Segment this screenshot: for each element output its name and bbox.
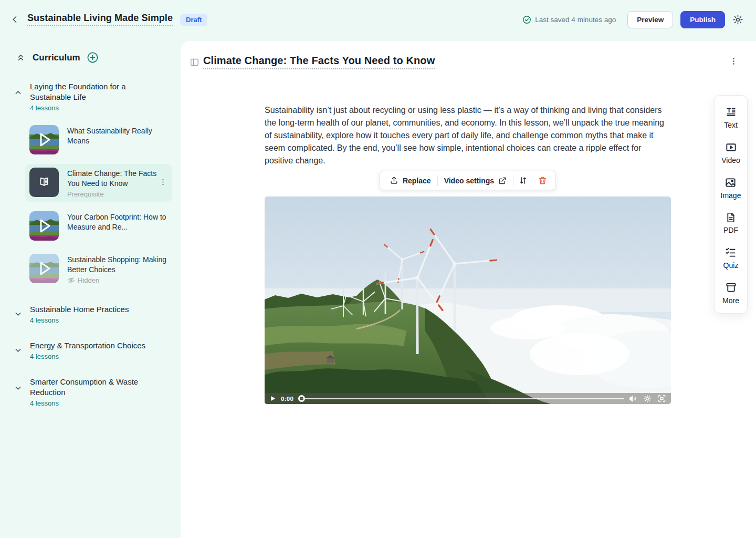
block-toolbar: Replace Video settings xyxy=(380,171,556,190)
image-block-icon xyxy=(724,177,737,189)
insert-pdf-button[interactable]: PDF xyxy=(723,212,738,234)
chevron-down-icon xyxy=(14,309,23,318)
insert-quiz-button[interactable]: Quiz xyxy=(723,246,739,270)
lesson-title: Your Carbon Footprint: How to Measure an… xyxy=(67,212,168,232)
preview-button[interactable]: Preview xyxy=(627,11,673,28)
section-lesson-count: 4 lessons xyxy=(30,353,168,360)
lesson-title: Sustainable Shopping: Making Better Choi… xyxy=(67,255,168,275)
lesson-meta-text: Hidden xyxy=(78,276,99,284)
thumbnail-art xyxy=(29,254,59,283)
video-controls: 0:00 xyxy=(265,393,671,404)
replace-button[interactable]: Replace xyxy=(383,173,437,188)
video-settings-label: Video settings xyxy=(444,177,494,185)
section-title: Sustainable Home Practices xyxy=(30,304,168,315)
insert-item-label: Text xyxy=(724,121,738,129)
lesson-item[interactable]: What Sustainability Really Means xyxy=(25,121,172,158)
eye-off-icon xyxy=(67,276,75,284)
top-bar-right: Last saved 4 minutes ago Preview Publish xyxy=(522,11,743,28)
section-lesson-count: 4 lessons xyxy=(30,399,168,407)
video-settings-button[interactable]: Video settings xyxy=(438,173,513,188)
section-header[interactable]: Sustainable Home Practices 4 lessons xyxy=(0,304,181,324)
insert-item-label: Quiz xyxy=(723,261,739,270)
kebab-icon xyxy=(159,178,167,186)
insert-item-label: Image xyxy=(721,191,741,200)
section-lesson-count: 4 lessons xyxy=(30,104,168,112)
gear-icon xyxy=(643,395,652,403)
lesson-title: Climate Change: The Facts You Need to Kn… xyxy=(67,169,168,189)
video-poster-wind-turbines xyxy=(265,196,671,404)
video-thumbnail xyxy=(29,254,59,283)
curriculum-section: Sustainable Home Practices 4 lessons xyxy=(0,304,181,324)
settings-button[interactable] xyxy=(732,14,743,25)
quiz-block-icon xyxy=(724,246,737,258)
course-title[interactable]: Sustainable Living Made Simple xyxy=(27,13,173,26)
lesson-item-selected[interactable]: Climate Change: The Facts You Need to Kn… xyxy=(25,164,172,202)
insert-video-button[interactable]: Video xyxy=(721,141,740,164)
last-saved-text: Last saved 4 minutes ago xyxy=(535,16,616,24)
lesson-options-button[interactable] xyxy=(729,57,738,67)
collapse-all-button[interactable] xyxy=(16,53,26,63)
insert-block-panel: Text Video Image PDF Quiz More xyxy=(714,95,748,314)
seek-knob[interactable] xyxy=(298,395,305,402)
back-button[interactable] xyxy=(10,15,20,24)
delete-block-button[interactable] xyxy=(533,173,552,188)
insert-item-label: More xyxy=(722,296,739,305)
insert-more-button[interactable]: More xyxy=(722,282,739,305)
curriculum-sidebar: Curriculum Laying the Foundation for a S… xyxy=(0,41,181,538)
toggle-sidebar-button[interactable] xyxy=(190,57,200,67)
status-badge: Draft xyxy=(180,14,207,26)
section-expand-button[interactable] xyxy=(14,384,23,394)
lesson-list: What Sustainability Really Means Climate… xyxy=(0,121,181,288)
thumbnail-art xyxy=(29,211,59,241)
lesson-meta: Hidden xyxy=(67,276,168,284)
book-open-icon xyxy=(37,175,51,189)
video-time: 0:00 xyxy=(281,396,293,402)
chevron-down-icon xyxy=(14,384,23,392)
add-section-button[interactable] xyxy=(87,51,99,64)
fullscreen-button[interactable] xyxy=(657,394,666,403)
lesson-item-hidden[interactable]: Sustainable Shopping: Making Better Choi… xyxy=(25,250,172,288)
volume-icon xyxy=(629,395,637,403)
panel-left-icon xyxy=(190,57,200,67)
section-header[interactable]: Energy & Transportation Choices 4 lesson… xyxy=(0,340,181,360)
top-bar-left: Sustainable Living Made Simple Draft xyxy=(10,13,207,26)
thumbnail-art xyxy=(29,125,59,154)
insert-image-button[interactable]: Image xyxy=(721,177,741,200)
insert-text-button[interactable]: Text xyxy=(724,106,738,129)
seek-bar[interactable] xyxy=(298,395,624,402)
curriculum-section: Laying the Foundation for a Sustainable … xyxy=(0,81,181,288)
move-block-button[interactable] xyxy=(513,173,533,188)
page-title[interactable]: Climate Change: The Facts You Need to Kn… xyxy=(203,55,435,69)
lesson-menu-button[interactable] xyxy=(159,178,167,188)
insert-item-label: Video xyxy=(721,156,740,164)
video-block[interactable]: 0:00 xyxy=(265,196,671,404)
chevron-down-icon xyxy=(14,346,23,355)
arrow-down-up-icon xyxy=(519,176,528,185)
section-expand-button[interactable] xyxy=(14,309,23,320)
volume-button[interactable] xyxy=(629,395,637,403)
video-thumbnail xyxy=(29,211,59,241)
upload-icon xyxy=(390,176,398,185)
lesson-item[interactable]: Your Carbon Footprint: How to Measure an… xyxy=(25,208,172,244)
last-saved-status: Last saved 4 minutes ago xyxy=(522,15,616,24)
more-block-icon xyxy=(725,282,737,294)
quality-settings-button[interactable] xyxy=(643,395,652,403)
section-header[interactable]: Laying the Foundation for a Sustainable … xyxy=(0,81,181,112)
text-block-icon xyxy=(725,106,737,118)
section-expand-button[interactable] xyxy=(14,346,23,356)
section-header[interactable]: Smarter Consumption & Waste Reduction 4 … xyxy=(0,377,181,407)
lesson-body: Your Carbon Footprint: How to Measure an… xyxy=(67,211,168,232)
external-link-icon xyxy=(498,177,507,185)
lesson-editor: Climate Change: The Facts You Need to Kn… xyxy=(181,41,756,538)
lesson-paragraph[interactable]: Sustainability isn’t just about recyclin… xyxy=(265,104,671,167)
lesson-meta: Prerequisite xyxy=(67,190,168,198)
editor-canvas: Sustainability isn’t just about recyclin… xyxy=(265,104,671,404)
lesson-header: Climate Change: The Facts You Need to Kn… xyxy=(181,41,756,69)
section-collapse-button[interactable] xyxy=(14,88,23,99)
section-lesson-count: 4 lessons xyxy=(30,316,168,324)
video-controls-right xyxy=(629,394,666,403)
publish-button[interactable]: Publish xyxy=(680,11,725,28)
curriculum-section: Energy & Transportation Choices 4 lesson… xyxy=(0,340,181,360)
section-title: Laying the Foundation for a Sustainable … xyxy=(30,81,168,102)
play-button[interactable] xyxy=(269,395,276,402)
